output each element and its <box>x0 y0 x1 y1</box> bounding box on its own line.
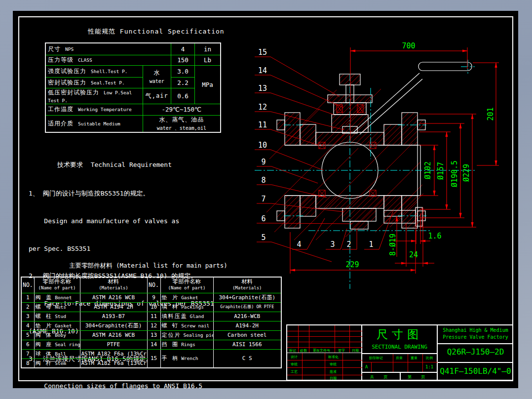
svg-text:2: 2 <box>346 240 351 249</box>
svg-text:9: 9 <box>261 158 266 166</box>
table-row: 工作温度Working Temperature -29℃~150℃ <box>45 104 221 115</box>
svg-text:Ø229: Ø229 <box>462 164 471 182</box>
table-header-row: NO. 零部件名称(Name of part) 材料(Materials) NO… <box>21 277 281 293</box>
svg-text:1.6: 1.6 <box>428 232 441 240</box>
model-number: Q26R—J150—2D <box>438 347 513 357</box>
material-table: NO. 零部件名称(Name of part) 材料(Materials) NO… <box>21 277 282 368</box>
svg-text:3: 3 <box>330 240 335 249</box>
svg-text:14: 14 <box>258 66 267 75</box>
table-row: 低压密封试验压力Low P.Seal Test P. 气,air 0.6 <box>45 88 221 104</box>
svg-text:5: 5 <box>261 233 266 242</box>
svg-text:12: 12 <box>258 103 267 112</box>
title-block: 标记 处数 更改文件号 签字 日期 设计 审核 工艺 标准化 审核 批准 日期 … <box>286 324 513 381</box>
svg-text:24: 24 <box>409 250 418 259</box>
drawing-title-en: SECTIONAL DRAWING <box>362 344 437 350</box>
svg-text:Ø190.5: Ø190.5 <box>450 160 459 187</box>
svg-text:6: 6 <box>261 214 266 223</box>
table-row: 密封试验压力Seal.Test P. 2.2 <box>45 77 221 88</box>
svg-text:7: 7 <box>261 195 266 203</box>
valve-body-sections <box>277 74 425 229</box>
table-row: 5阀 体BobyASTM A216 WCB 13定位片Sealing piece… <box>21 330 281 340</box>
company-model-area: Shanghai High & Medium Pressure Valve Fa… <box>438 325 513 380</box>
spec-table-title: 性能规范 Functional Specification <box>88 27 225 36</box>
valve-section-drawing: 700 201 Ø102 Ø157 Ø190.5 Ø229 1.6 24 8-Ø… <box>250 35 513 327</box>
svg-text:10: 10 <box>258 141 267 150</box>
svg-text:11: 11 <box>258 120 267 129</box>
table-row: 4垫 片Gasket304+Graphite(石墨) 12螺 钉Screw na… <box>21 321 281 330</box>
table-row: 3螺 柱StudA193-B7 11填料压盖GlandA216-WCB <box>21 312 281 321</box>
svg-text:229: 229 <box>345 260 359 269</box>
table-row: 2螺 母NutsASTM A194 2H 10填 料PackingsGraphi… <box>21 302 281 312</box>
svg-text:4: 4 <box>297 240 301 249</box>
svg-text:13: 13 <box>258 84 267 93</box>
material-list-title: 主要零部件材料 (Material list for main parts) <box>69 262 228 270</box>
tech-line: per Spec. BS5351 <box>29 244 249 254</box>
table-row: 6阀 座Seal ringPTFE 14挡 圈RingsAISI 1566 <box>21 340 281 349</box>
tech-line: Design and manufacture of valves as <box>29 217 249 226</box>
drawing-title-area: 尺寸图 SECTIONAL DRAWING 阶段标记 质量 重量 比例 A 1:… <box>362 325 438 380</box>
table-row: 1阀 盖BonnetASTM A216 WCB 9垫 片Gasket304+Gr… <box>21 293 281 302</box>
table-row: 7球 体BallASTM A182 F6a (13%Cr) 15手 柄Wrenc… <box>21 349 281 359</box>
factory-name: Shanghai High & Medium Pressure Valve Fa… <box>438 327 513 341</box>
svg-text:8: 8 <box>261 176 266 185</box>
table-row: 强度试验压力Shell.Test P. 水water 3.0 MPa <box>45 65 221 77</box>
revision-signature-area: 标记 处数 更改文件号 签字 日期 设计 审核 工艺 标准化 审核 批准 日期 <box>287 325 362 380</box>
svg-text:1: 1 <box>369 240 373 249</box>
tech-line: 1、 阀门的设计与制造按BS5351的规定。 <box>29 189 249 199</box>
svg-text:15: 15 <box>258 48 267 57</box>
table-row: 尺寸NPS 4 in <box>45 43 221 55</box>
drawing-title-cn: 尺寸图 <box>362 327 437 342</box>
drawing-code: Q41F—150LB/4"—0 <box>438 366 513 376</box>
functional-spec-table: 尺寸NPS 4 in 压力等级CLASS 150 Lb 强度试验压力Shell.… <box>45 42 221 133</box>
table-row: 压力等级CLASS 150 Lb <box>45 55 221 65</box>
table-row: 适用介质Suitable Medium 水、蒸气、油品water 、steam,… <box>45 115 221 132</box>
drawing-sheet: 性能规范 Functional Specification 尺寸NPS 4 in… <box>13 11 518 388</box>
tech-title: 技术要求 Technical Requirement <box>29 160 249 170</box>
cad-viewport: 性能规范 Functional Specification 尺寸NPS 4 in… <box>0 0 532 399</box>
tech-line: Connection sizes of flanges to ANSI B16.… <box>29 382 249 391</box>
svg-text:201: 201 <box>486 107 495 120</box>
svg-text:Ø157: Ø157 <box>436 162 445 180</box>
svg-text:700: 700 <box>402 41 415 50</box>
svg-text:Ø102: Ø102 <box>423 161 432 179</box>
svg-text:8-Ø19: 8-Ø19 <box>388 234 397 256</box>
